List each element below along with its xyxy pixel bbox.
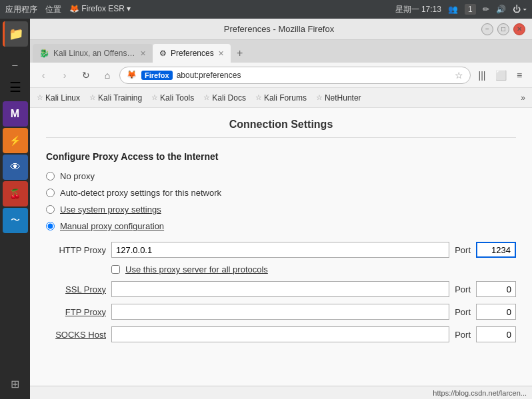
status-bar: https://blog.csdn.net/larcen... — [30, 386, 532, 399]
bookmark-kali-docs[interactable]: ☆ Kali Docs — [199, 91, 250, 105]
taskbar-wave[interactable]: 〜 — [3, 208, 28, 233]
bookmark-kali-training[interactable]: ☆ Kali Training — [85, 91, 146, 105]
network-icon: 👥 — [448, 5, 458, 14]
address-bar[interactable]: 🦊 Firefox about:preferences ☆ — [119, 67, 471, 84]
bookmark-docs-icon: ☆ — [203, 93, 210, 102]
tab-kali-label: Kali Linux, an Offensive Secu... — [53, 49, 136, 58]
socks-port-input[interactable] — [476, 326, 516, 342]
http-proxy-label: HTTP Proxy — [46, 245, 106, 255]
maximize-button[interactable]: □ — [497, 23, 509, 35]
socks-host-input[interactable] — [111, 326, 449, 342]
taskbar-eye[interactable]: 👁 — [3, 155, 28, 180]
tab-pref-icon: ⚙ — [159, 49, 167, 58]
bookmark-nethunter-icon: ☆ — [316, 93, 323, 102]
ssl-proxy-input[interactable] — [111, 281, 449, 297]
volume-icon[interactable]: 🔊 — [496, 5, 506, 14]
taskbar-apps[interactable]: ⊞ — [3, 371, 28, 396]
tab-pref-close[interactable]: ✕ — [218, 49, 224, 58]
ssl-port-input[interactable] — [476, 281, 516, 297]
home-button[interactable]: ⌂ — [98, 66, 117, 85]
power-icon[interactable]: ⏻ ▾ — [513, 5, 527, 14]
http-port-input[interactable] — [476, 242, 516, 258]
taskbar-metasploit[interactable]: M — [3, 101, 28, 127]
minimize-button[interactable]: − — [481, 23, 493, 35]
bookmarks-button[interactable]: ||| — [473, 67, 491, 84]
app-menu[interactable]: 应用程序 — [5, 4, 37, 15]
no-proxy-option[interactable]: No proxy — [46, 171, 516, 181]
bookmarks-bar: ☆ Kali Linux ☆ Kali Training ☆ Kali Tool… — [30, 88, 532, 108]
http-port-label: Port — [455, 245, 471, 255]
manual-proxy-radio[interactable] — [46, 222, 55, 230]
system-proxy-label: Use system proxy settings — [60, 204, 161, 214]
browser-menu[interactable]: 🦊 Firefox ESR ▾ — [69, 4, 131, 15]
close-button[interactable]: ✕ — [513, 23, 525, 35]
system-bar: 应用程序 位置 🦊 Firefox ESR ▾ 星期一 17:13 👥 1 ✏ … — [0, 0, 532, 19]
taskbar-cherry[interactable]: 🍒 — [3, 181, 28, 206]
content-area: Connection Settings Configure Proxy Acce… — [30, 108, 532, 386]
ssl-proxy-row: SSL Proxy Port — [46, 281, 516, 297]
ssl-port-label: Port — [455, 284, 471, 294]
system-bar-left: 应用程序 位置 🦊 Firefox ESR ▾ — [5, 4, 131, 15]
system-bar-right: 星期一 17:13 👥 1 ✏ 🔊 ⏻ ▾ — [395, 4, 527, 15]
no-proxy-label: No proxy — [60, 171, 95, 181]
pen-icon: ✏ — [483, 5, 489, 14]
system-proxy-option[interactable]: Use system proxy settings — [46, 204, 516, 214]
auto-detect-label: Auto-detect proxy settings for this netw… — [60, 188, 221, 198]
bookmarks-more-button[interactable]: » — [517, 91, 529, 105]
proxy-radio-group: No proxy Auto-detect proxy settings for … — [46, 171, 516, 231]
taskbar-burp[interactable]: ⚡ — [3, 128, 28, 153]
manual-proxy-option[interactable]: Manual proxy configuration — [46, 221, 516, 231]
dialog-title: Connection Settings — [46, 119, 516, 138]
clock: 星期一 17:13 — [395, 4, 441, 15]
workspace-indicator[interactable]: 1 — [465, 4, 476, 15]
new-tab-button[interactable]: + — [231, 44, 249, 63]
bookmark-kali-label: Kali Linux — [45, 93, 80, 103]
bookmark-nethunter-label: NetHunter — [325, 93, 361, 103]
taskbar-files[interactable]: 📁 — [3, 21, 28, 47]
bookmark-tools-label: Kali Tools — [160, 93, 194, 103]
bookmark-kali-linux[interactable]: ☆ Kali Linux — [33, 91, 84, 105]
reload-button[interactable]: ↻ — [77, 66, 95, 85]
http-proxy-input[interactable] — [111, 242, 449, 258]
manual-proxy-label: Manual proxy configuration — [60, 221, 164, 231]
auto-detect-radio[interactable] — [46, 189, 55, 197]
menu-button[interactable]: ≡ — [511, 67, 528, 84]
tabs-button[interactable]: ⬜ — [492, 67, 509, 84]
address-favicon: 🦊 — [127, 70, 137, 81]
http-proxy-row: HTTP Proxy Port — [46, 242, 516, 258]
address-url: about:preferences — [177, 71, 451, 80]
taskbar-terminal[interactable]: _ — [3, 48, 28, 73]
socks-host-row: SOCKS Host Port — [46, 326, 516, 342]
auto-detect-option[interactable]: Auto-detect proxy settings for this netw… — [46, 188, 516, 198]
taskbar-notes[interactable]: ☰ — [3, 75, 28, 100]
tab-pref-label: Preferences — [171, 49, 214, 58]
ssl-proxy-label: SSL Proxy — [46, 284, 106, 294]
nav-bar: ‹ › ↻ ⌂ 🦊 Firefox about:preferences ☆ ||… — [30, 63, 532, 88]
ftp-port-input[interactable] — [476, 304, 516, 320]
window-title: Preferences - Mozilla Firefox — [77, 24, 481, 34]
bookmark-kali-tools[interactable]: ☆ Kali Tools — [147, 91, 198, 105]
bookmark-star[interactable]: ☆ — [455, 70, 463, 81]
proxy-section-title: Configure Proxy Access to the Internet — [46, 151, 516, 162]
use-for-all-checkbox[interactable] — [111, 265, 120, 274]
nav-icons: ||| ⬜ ≡ — [473, 67, 528, 84]
browser-window: Preferences - Mozilla Firefox − □ ✕ 🐉 Ka… — [30, 19, 532, 399]
system-proxy-radio[interactable] — [46, 205, 55, 214]
bookmark-forums-label: Kali Forums — [264, 93, 307, 103]
title-bar: Preferences - Mozilla Firefox − □ ✕ — [30, 19, 532, 40]
bookmark-kali-forums[interactable]: ☆ Kali Forums — [251, 91, 311, 105]
tab-kali-close[interactable]: ✕ — [140, 49, 146, 58]
use-for-all-row: Use this proxy server for all protocols — [111, 264, 516, 274]
bookmark-tools-icon: ☆ — [151, 93, 158, 102]
forward-button[interactable]: › — [55, 66, 74, 85]
bookmark-nethunter[interactable]: ☆ NetHunter — [312, 91, 365, 105]
ftp-proxy-row: FTP Proxy Port — [46, 304, 516, 320]
firefox-badge: Firefox — [141, 71, 173, 80]
back-button[interactable]: ‹ — [34, 66, 53, 85]
ftp-proxy-input[interactable] — [111, 304, 449, 320]
tab-preferences[interactable]: ⚙ Preferences ✕ — [153, 44, 231, 63]
location-menu[interactable]: 位置 — [45, 4, 61, 15]
tab-kali-linux[interactable]: 🐉 Kali Linux, an Offensive Secu... ✕ — [33, 44, 153, 63]
no-proxy-radio[interactable] — [46, 172, 55, 181]
bookmark-training-label: Kali Training — [98, 93, 142, 103]
